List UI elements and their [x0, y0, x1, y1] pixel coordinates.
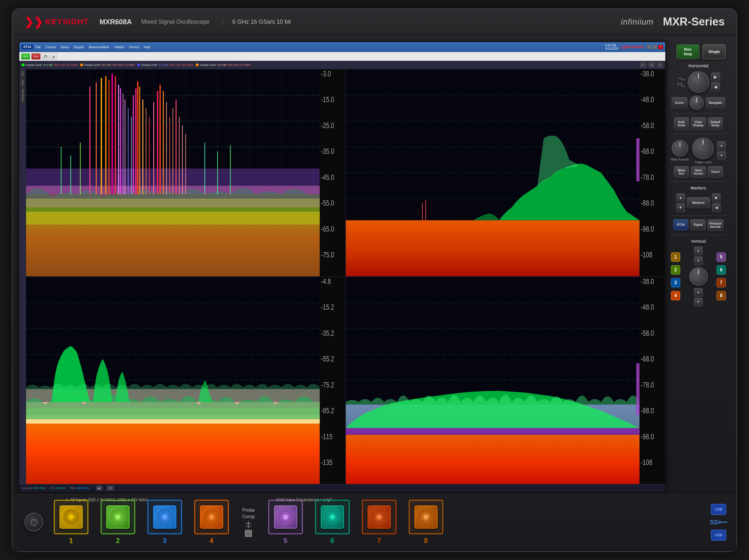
navigate-knob[interactable] [689, 95, 704, 110]
vert-down2-btn[interactable]: ▼ [694, 298, 703, 307]
trigger-level-knob[interactable] [692, 137, 714, 159]
svg-rect-73 [636, 138, 640, 182]
ch5-connector[interactable] [271, 502, 300, 532]
display-screen: RTSA File Control Setup Display Measure/… [18, 41, 666, 493]
sw-title-right: 4:45 PM4/11/2020 ❯❯KEYSIGHT — □ ✕ [605, 44, 663, 50]
marker-up-btn[interactable]: ▲ [676, 193, 685, 202]
svg-text:-135: -135 [321, 458, 333, 467]
win-minimize[interactable]: — [647, 45, 651, 49]
ch7-button[interactable]: 7 [716, 278, 726, 288]
tab-vertical[interactable]: Vertical Axis [21, 88, 25, 103]
sw-play-btn[interactable]: ▶ [96, 486, 102, 490]
marker-left-btn[interactable]: ◀ [712, 203, 721, 212]
probe-comp-terminal[interactable]: — [245, 530, 252, 537]
ch5-button[interactable]: 5 [716, 252, 726, 262]
ch1-connector[interactable] [57, 502, 86, 532]
sw-titlebar: RTSA File Control Setup Display Measure/… [19, 42, 665, 52]
run-stop-button[interactable]: Run Stop [676, 44, 700, 59]
ch-item-3: Display Scale 10.0 dB/ Ref Level -38.0 d… [137, 64, 193, 66]
probe-comp: Probe Comp — [242, 508, 255, 537]
ch6-connector[interactable] [318, 502, 347, 532]
rtsa-btn[interactable]: RTSA [673, 219, 688, 230]
default-setup-btn[interactable]: Default Setup [708, 117, 723, 130]
ch4-connector[interactable] [197, 502, 226, 532]
auto-scale-btn[interactable]: Auto Scale [674, 117, 689, 130]
ch2-button[interactable]: 2 [671, 265, 680, 275]
h-right-btn[interactable]: ▶ [711, 72, 720, 81]
menu-help[interactable]: Help [144, 45, 151, 49]
ch3-button[interactable]: 3 [671, 278, 680, 288]
probe-comp-label2: Comp [242, 514, 255, 519]
svg-text:-78.0: -78.0 [641, 173, 654, 181]
sw-print-btn[interactable]: 🖨 [50, 53, 57, 60]
status-cf: CF 100 MHz [50, 487, 66, 490]
vert-up-btn[interactable]: ▲ [694, 247, 703, 255]
ch8-connector[interactable] [411, 502, 441, 532]
sw-fwd-btn[interactable]: ↻ [649, 63, 655, 67]
ch2-connector[interactable] [103, 502, 132, 532]
markers-btn[interactable]: Markers [687, 197, 710, 208]
input-ch5: 5 [266, 502, 304, 543]
digital-btn[interactable]: Digital [690, 219, 706, 230]
win-maximize[interactable]: □ [652, 45, 657, 49]
wave-gen-btn[interactable]: Wave Gen [674, 166, 689, 178]
win-close[interactable]: ✕ [658, 45, 663, 49]
vertical-knob[interactable] [689, 267, 708, 286]
menu-control[interactable]: Control [45, 45, 56, 49]
model-name: MXR608A [100, 18, 132, 26]
sw-back-btn[interactable]: ↩ [640, 63, 646, 67]
vertical-label: Vertical [671, 239, 726, 244]
horizontal-zoom-knob[interactable] [688, 71, 709, 93]
sw-run-btn[interactable]: Run [21, 53, 30, 60]
ch3-connector[interactable] [150, 502, 179, 532]
h-left-btn[interactable]: ◀ [711, 83, 720, 91]
single-button[interactable]: Single [703, 44, 726, 59]
ch4-button[interactable]: 4 [671, 291, 680, 300]
divider-2 [671, 134, 726, 134]
trig-down-btn[interactable]: ▼ [717, 151, 726, 160]
usb-port-bottom[interactable]: USB [711, 530, 726, 541]
marker-right-btn[interactable]: ▶ [712, 193, 721, 202]
ch8-button[interactable]: 8 [716, 291, 726, 300]
spectrum-svg-tl: -3.0 -15.0 -25.0 -35.0 -45.0 -55.0 -65.0… [26, 69, 345, 276]
ch1-button[interactable]: 1 [671, 252, 680, 262]
trig-up-btn[interactable]: ▲ [717, 141, 726, 150]
top-controls: Run Stop Single [671, 44, 726, 59]
menu-utilities[interactable]: Utilities [114, 45, 124, 49]
marker-down-btn[interactable]: ▼ [676, 203, 685, 212]
svg-text:-35.0: -35.0 [321, 147, 334, 156]
touch-btn[interactable]: Touch [708, 166, 723, 178]
menu-demos[interactable]: Demos [129, 45, 139, 49]
window-controls: — □ ✕ [647, 45, 663, 49]
svg-text:-15.2: -15.2 [321, 303, 334, 311]
vert-up2-btn[interactable]: ▲ [694, 288, 703, 296]
ch7-connector[interactable] [365, 502, 394, 532]
sw-save-btn[interactable]: 💾 [42, 53, 49, 60]
sw-stop2-btn[interactable]: ⏸ [107, 486, 114, 490]
sw-timestamp: 4:45 PM4/11/2020 [605, 44, 618, 50]
clear-display-btn[interactable]: Clear Display [691, 117, 706, 130]
svg-text:-3.0: -3.0 [321, 69, 331, 78]
navigate-btn[interactable]: Navigate [706, 97, 726, 108]
sw-mode-btn[interactable]: ≡ [658, 63, 663, 67]
menu-file[interactable]: File [36, 45, 41, 49]
svg-text:-55.0: -55.0 [321, 199, 334, 207]
tab-time[interactable]: Time [21, 70, 25, 77]
menu-measure[interactable]: Measure/Mark [89, 45, 109, 49]
sw-stop-btn[interactable]: Stop [31, 53, 41, 60]
tab-mask[interactable]: Mask [21, 79, 25, 87]
menu-setup[interactable]: Setup [60, 45, 69, 49]
ch-item-4: Display Scale 10.0 dB/ Ref Level -5.0 dB… [196, 64, 251, 66]
menu-display[interactable]: Display [73, 45, 84, 49]
ch2-label: 2 [116, 537, 120, 545]
power-button[interactable] [24, 513, 43, 532]
vert-down-btn[interactable]: ▼ [694, 256, 703, 265]
zoom-btn[interactable]: Zoom [671, 97, 688, 108]
multi-purpose-knob[interactable] [671, 140, 688, 157]
infiniium-brand: infiniium [621, 17, 654, 27]
protocol-decode-btn[interactable]: Protocol Decode [707, 219, 724, 231]
software-ui: RTSA File Control Setup Display Measure/… [19, 42, 665, 492]
save-screen-btn[interactable]: Save Screen [691, 166, 706, 178]
ch6-button[interactable]: 6 [716, 265, 726, 275]
usb-port-top[interactable]: USB [711, 504, 726, 515]
